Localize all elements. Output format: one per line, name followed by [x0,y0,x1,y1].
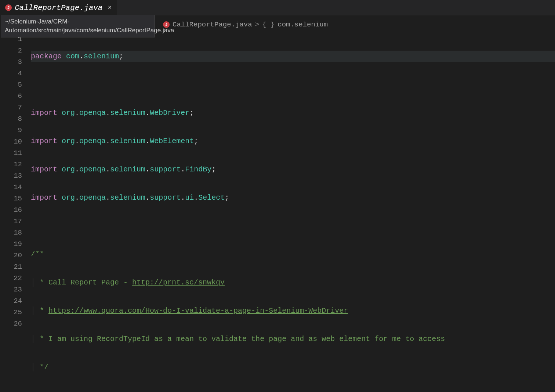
line-number[interactable]: 16 [0,204,22,216]
code-line[interactable]: │ */ [31,362,555,373]
code-line[interactable]: │ * I am using RecordTypeId as a mean to… [31,333,555,345]
code-line[interactable] [31,390,555,392]
line-number[interactable]: 5 [0,79,22,91]
line-number[interactable]: 19 [0,239,22,250]
breadcrumb-namespace[interactable]: com.selenium [278,21,328,29]
tab-label: CallReportPage.java [15,4,102,12]
line-number[interactable]: 10 [0,136,22,148]
line-number[interactable]: 12 [0,159,22,170]
code-line[interactable]: │ * Call Report Page - http://prnt.sc/sn… [31,277,555,288]
namespace-icon: { } [262,21,275,29]
comment-link[interactable]: http://prnt.sc/snwkqv [132,278,225,287]
line-number[interactable]: 13 [0,170,22,182]
close-icon[interactable]: × [108,4,112,11]
line-number[interactable]: 24 [0,295,22,307]
line-number[interactable]: 22 [0,273,22,284]
line-number[interactable]: 7 [0,102,22,113]
line-number[interactable]: 11 [0,148,22,159]
editor-tab[interactable]: J CallReportPage.java × [0,0,117,15]
line-gutter: 1 2 3 4 5 6 7 8 9 10 11 12 13 14 15 16 1… [0,34,31,392]
line-number[interactable]: 2 [0,45,22,57]
code-line[interactable]: package com.selenium; [31,51,555,62]
code-line[interactable]: import org.openqa.selenium.WebElement; [31,135,555,147]
line-number[interactable]: 8 [0,113,22,125]
line-number[interactable]: 21 [0,261,22,273]
line-number[interactable]: 20 [0,250,22,261]
line-number[interactable]: 6 [0,91,22,102]
line-number[interactable]: 18 [0,227,22,239]
code-line[interactable] [31,79,555,90]
line-number[interactable]: 26 [0,318,22,330]
code-line[interactable]: /** [31,248,555,260]
line-number[interactable]: 14 [0,182,22,193]
line-number[interactable]: 4 [0,68,22,79]
breadcrumb-file[interactable]: CallReportPage.java [173,21,252,29]
line-number[interactable]: 17 [0,216,22,227]
line-number[interactable]: 3 [0,57,22,68]
code-line[interactable]: │ * https://www.quora.com/How-do-I-valid… [31,305,555,316]
java-file-icon: J [5,4,12,11]
breadcrumb[interactable]: J CallReportPage.java > { } com.selenium [157,15,555,34]
line-number[interactable]: 25 [0,307,22,318]
code-editor[interactable]: 1 2 3 4 5 6 7 8 9 10 11 12 13 14 15 16 1… [0,34,555,392]
code-area[interactable]: package com.selenium; import org.openqa.… [31,34,555,392]
code-line[interactable]: import org.openqa.selenium.support.FindB… [31,164,555,175]
code-line[interactable] [31,220,555,232]
code-line[interactable]: import org.openqa.selenium.WebDriver; [31,107,555,119]
code-line[interactable]: import org.openqa.selenium.support.ui.Se… [31,192,555,203]
chevron-right-icon: > [255,21,259,29]
tab-bar: J CallReportPage.java × ~/Selenium-Java/… [0,0,555,15]
line-number[interactable]: 9 [0,125,22,136]
comment-link[interactable]: https://www.quora.com/How-do-I-validate-… [48,306,348,315]
tab-tooltip: ~/Selenium-Java/CRM-Automation/src/main/… [1,15,155,37]
line-number[interactable]: 15 [0,193,22,204]
line-number[interactable]: 23 [0,284,22,295]
